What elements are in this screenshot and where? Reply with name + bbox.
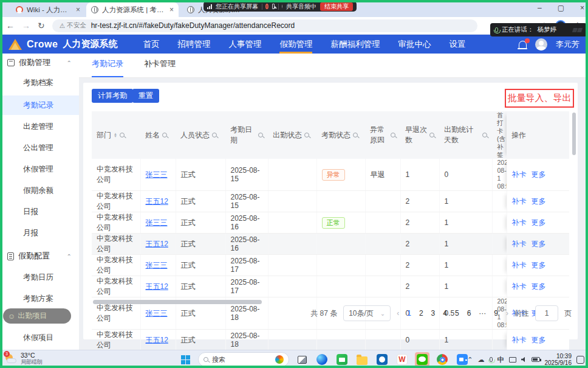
tray-expand-icon[interactable]: ⌃ <box>467 356 473 364</box>
user-avatar[interactable] <box>535 38 547 50</box>
col-date[interactable]: 考勤日期 <box>225 111 268 159</box>
nav-home[interactable]: 首页 <box>143 35 159 54</box>
employee-link[interactable]: 王五12 <box>146 197 168 206</box>
cast-display-icon[interactable] <box>509 357 516 363</box>
nav-settings[interactable]: 设置 <box>449 35 465 54</box>
employee-link[interactable]: 王五12 <box>146 240 168 248</box>
back-icon[interactable]: ← <box>6 21 15 30</box>
next-page-icon[interactable]: › <box>506 309 508 318</box>
search-icon[interactable] <box>120 133 125 137</box>
sidebar-group-leave-config[interactable]: 假勤配置 ⌃ <box>0 247 79 265</box>
taskbar-clock[interactable]: 10:39 2025/9/16 <box>545 353 572 366</box>
sidebar-item-attendance-archive[interactable]: 考勤档案 <box>0 74 79 92</box>
edge-button[interactable] <box>315 352 329 367</box>
col-reason[interactable]: 异常原因 <box>365 111 400 159</box>
wechat-button[interactable] <box>415 352 429 367</box>
window-maximize-icon[interactable]: ▢ <box>558 4 564 12</box>
more-link[interactable]: 更多 <box>532 218 546 227</box>
tab-close-icon[interactable]: × <box>169 5 174 14</box>
chrome-button[interactable] <box>435 352 450 367</box>
page-number[interactable]: 2 <box>419 309 423 318</box>
calculate-attendance-button[interactable]: 计算考勤 <box>92 89 133 103</box>
employee-link[interactable]: 王五12 <box>146 336 168 344</box>
buka-link[interactable]: 补卡 <box>512 336 527 344</box>
table-vertical-scrollbar[interactable] <box>572 111 576 297</box>
more-link[interactable]: 更多 <box>532 282 546 291</box>
search-icon[interactable] <box>353 133 358 137</box>
ime-indicator[interactable]: 中 <box>497 355 504 364</box>
start-button[interactable] <box>178 352 193 367</box>
search-icon[interactable] <box>304 133 309 137</box>
user-name[interactable]: 李元芳 <box>556 39 579 50</box>
sidebar-item-attendance-items[interactable]: 出勤项目 <box>18 311 47 321</box>
stop-share-button[interactable]: 结束共享 <box>320 2 353 11</box>
more-link[interactable]: 更多 <box>532 170 546 179</box>
reset-button[interactable]: 重置 <box>132 89 159 103</box>
browser-tab-wiki[interactable]: Wiki - 人力资源系统 - 中竞发 × <box>11 2 85 17</box>
sidebar-item-business-trip[interactable]: 出差管理 <box>0 117 79 136</box>
scrollbar-thumb[interactable] <box>572 113 576 155</box>
sidebar-item-attendance-record[interactable]: 考勤记录 <box>0 95 79 115</box>
sidebar-item-daily-report[interactable]: 日报 <box>0 203 79 221</box>
window-minimize-icon[interactable]: – <box>538 4 542 12</box>
employee-link[interactable]: 张三三 <box>146 261 168 269</box>
more-link[interactable]: 更多 <box>532 336 546 344</box>
reload-icon[interactable]: ↻ <box>38 21 45 30</box>
onedrive-cloud-icon[interactable]: ☁ <box>478 356 485 364</box>
page-ellipsis[interactable]: ··· <box>479 309 486 318</box>
notification-center-icon[interactable] <box>576 356 584 364</box>
sidebar-item-attendance-calendar[interactable]: 考勤日历 <box>0 268 79 286</box>
page-number[interactable]: 1 <box>407 309 411 318</box>
buka-link[interactable]: 补卡 <box>512 197 527 206</box>
battery-icon[interactable] <box>532 357 540 362</box>
tray-microphone-icon[interactable] <box>490 357 493 362</box>
search-icon[interactable] <box>258 133 263 137</box>
sidebar-group-leave[interactable]: 假勤管理 ⌃ <box>0 54 79 72</box>
record-icon[interactable] <box>265 4 268 9</box>
tab-card-replacement[interactable]: 补卡管理 <box>144 58 176 77</box>
notification-bell-icon[interactable] <box>519 41 527 48</box>
task-view-button[interactable] <box>295 352 309 367</box>
sidebar-item-leave-balance[interactable]: 假期余额 <box>0 181 79 200</box>
forward-icon[interactable]: → <box>22 21 30 30</box>
col-status[interactable]: 人员状态 <box>176 111 225 159</box>
wps-button[interactable]: W <box>395 352 409 367</box>
buka-link[interactable]: 补卡 <box>512 261 527 269</box>
page-number[interactable]: 6 <box>467 309 471 318</box>
nav-leave[interactable]: 假勤管理 <box>279 35 312 54</box>
buka-link[interactable]: 补卡 <box>512 170 527 179</box>
search-icon[interactable] <box>212 133 217 137</box>
col-check-status[interactable]: 考勤状态 <box>316 111 365 159</box>
table-horizontal-scrollbar[interactable] <box>92 300 569 304</box>
sidebar-item-monthly-report[interactable]: 月报 <box>0 224 79 242</box>
more-link[interactable]: 更多 <box>532 261 546 269</box>
prev-page-icon[interactable]: ‹ <box>397 309 399 318</box>
search-icon[interactable] <box>391 133 395 137</box>
employee-link[interactable]: 王五12 <box>146 282 168 291</box>
nav-approval[interactable]: 审批中心 <box>398 35 431 54</box>
more-link[interactable]: 更多 <box>532 197 546 206</box>
buka-link[interactable]: 补卡 <box>512 218 527 227</box>
annotation-icon[interactable] <box>272 4 275 9</box>
goto-page-input[interactable] <box>535 305 558 321</box>
col-early-count[interactable]: 早退次数 <box>400 111 439 159</box>
sidebar-item-vacation[interactable]: 休假管理 <box>0 160 79 178</box>
sort-icon[interactable]: ▲▼ <box>114 133 117 137</box>
page-number[interactable]: 3 <box>431 309 436 318</box>
more-link[interactable]: 更多 <box>532 240 546 248</box>
buka-link[interactable]: 补卡 <box>512 240 527 248</box>
page-number[interactable]: 4 <box>443 309 447 318</box>
employee-link[interactable]: 张三三 <box>146 218 168 227</box>
search-icon[interactable] <box>162 133 167 137</box>
weather-widget[interactable]: 3 33°C 局部晴朗 <box>5 352 43 366</box>
browser-tab-attendance[interactable]: 人力资源系统 | 考勤记录 × <box>86 2 179 17</box>
sidebar-item-vacation-items[interactable]: 休假项目 <box>0 328 79 347</box>
scrollbar-thumb[interactable] <box>93 300 262 304</box>
page-number[interactable]: 5 <box>455 309 459 318</box>
col-att-status[interactable]: 出勤状态 <box>268 111 316 159</box>
buka-link[interactable]: 补卡 <box>512 282 527 291</box>
page-number[interactable]: 9 <box>494 309 498 318</box>
sidebar-item-attendance-plan[interactable]: 考勤方案 <box>0 290 79 308</box>
nav-payroll[interactable]: 薪酬福利管理 <box>330 35 380 54</box>
nav-recruit[interactable]: 招聘管理 <box>177 35 210 54</box>
